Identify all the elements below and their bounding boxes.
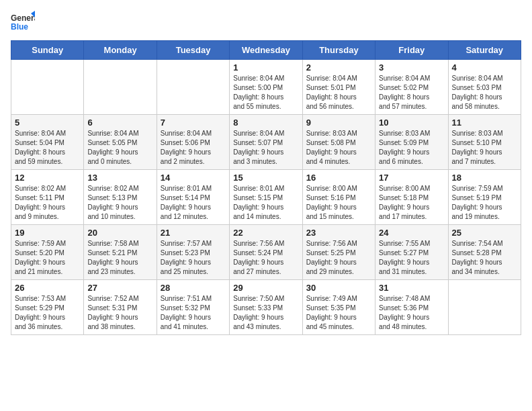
day-detail: Sunrise: 7:50 AM Sunset: 5:33 PM Dayligh…: [233, 294, 298, 332]
day-detail: Sunrise: 8:04 AM Sunset: 5:02 PM Dayligh…: [379, 74, 444, 111]
day-number: 15: [233, 173, 298, 183]
day-detail: Sunrise: 8:04 AM Sunset: 5:01 PM Dayligh…: [306, 74, 371, 111]
day-detail: Sunrise: 7:59 AM Sunset: 5:19 PM Dayligh…: [452, 184, 517, 222]
day-detail: Sunrise: 8:02 AM Sunset: 5:13 PM Dayligh…: [87, 184, 152, 222]
calendar-cell: 24Sunrise: 7:55 AM Sunset: 5:27 PM Dayli…: [375, 225, 448, 280]
day-detail: Sunrise: 8:04 AM Sunset: 5:00 PM Dayligh…: [233, 74, 298, 111]
day-number: 27: [87, 283, 152, 293]
day-detail: Sunrise: 7:49 AM Sunset: 5:35 PM Dayligh…: [306, 294, 371, 332]
weekday-header: Wednesday: [230, 41, 302, 60]
calendar-cell: 22Sunrise: 7:56 AM Sunset: 5:24 PM Dayli…: [230, 225, 302, 280]
calendar-cell: 19Sunrise: 7:59 AM Sunset: 5:20 PM Dayli…: [11, 225, 84, 280]
calendar-cell: 3Sunrise: 8:04 AM Sunset: 5:02 PM Daylig…: [375, 60, 448, 115]
calendar-cell: [84, 60, 157, 115]
day-detail: Sunrise: 7:56 AM Sunset: 5:24 PM Dayligh…: [233, 239, 298, 277]
day-number: 12: [15, 173, 80, 183]
header: General Blue: [11, 11, 521, 35]
day-number: 3: [379, 62, 444, 73]
calendar-cell: 17Sunrise: 8:00 AM Sunset: 5:18 PM Dayli…: [375, 170, 448, 225]
calendar-cell: 20Sunrise: 7:58 AM Sunset: 5:21 PM Dayli…: [84, 225, 157, 280]
weekday-header: Saturday: [448, 41, 521, 60]
day-detail: Sunrise: 8:03 AM Sunset: 5:10 PM Dayligh…: [452, 129, 517, 167]
day-detail: Sunrise: 7:57 AM Sunset: 5:23 PM Dayligh…: [161, 239, 226, 277]
day-number: 14: [161, 173, 226, 183]
day-detail: Sunrise: 8:01 AM Sunset: 5:14 PM Dayligh…: [161, 184, 226, 222]
calendar-cell: 11Sunrise: 8:03 AM Sunset: 5:10 PM Dayli…: [448, 115, 521, 170]
calendar-cell: 25Sunrise: 7:54 AM Sunset: 5:28 PM Dayli…: [448, 225, 521, 280]
calendar-cell: [11, 60, 84, 115]
day-detail: Sunrise: 8:04 AM Sunset: 5:03 PM Dayligh…: [452, 74, 517, 111]
svg-text:General: General: [11, 13, 35, 23]
calendar-cell: 26Sunrise: 7:53 AM Sunset: 5:29 PM Dayli…: [11, 280, 84, 335]
calendar-cell: [157, 60, 229, 115]
day-number: 6: [87, 118, 152, 128]
weekday-header: Thursday: [302, 41, 375, 60]
day-detail: Sunrise: 8:00 AM Sunset: 5:16 PM Dayligh…: [306, 184, 371, 222]
calendar-cell: 7Sunrise: 8:04 AM Sunset: 5:06 PM Daylig…: [157, 115, 229, 170]
day-detail: Sunrise: 7:55 AM Sunset: 5:27 PM Dayligh…: [379, 239, 444, 277]
day-detail: Sunrise: 8:03 AM Sunset: 5:08 PM Dayligh…: [306, 129, 371, 167]
calendar-cell: 23Sunrise: 7:56 AM Sunset: 5:25 PM Dayli…: [302, 225, 375, 280]
calendar-cell: 6Sunrise: 8:04 AM Sunset: 5:05 PM Daylig…: [84, 115, 157, 170]
day-detail: Sunrise: 7:54 AM Sunset: 5:28 PM Dayligh…: [452, 239, 517, 277]
day-number: 23: [306, 228, 371, 238]
svg-text:Blue: Blue: [11, 22, 28, 32]
day-number: 30: [306, 283, 371, 293]
day-number: 13: [87, 173, 152, 183]
day-detail: Sunrise: 7:59 AM Sunset: 5:20 PM Dayligh…: [15, 239, 80, 277]
calendar-cell: 14Sunrise: 8:01 AM Sunset: 5:14 PM Dayli…: [157, 170, 229, 225]
day-number: 16: [306, 173, 371, 183]
day-detail: Sunrise: 8:02 AM Sunset: 5:11 PM Dayligh…: [15, 184, 80, 222]
calendar-cell: 27Sunrise: 7:52 AM Sunset: 5:31 PM Dayli…: [84, 280, 157, 335]
day-detail: Sunrise: 7:58 AM Sunset: 5:21 PM Dayligh…: [87, 239, 152, 277]
calendar-cell: 30Sunrise: 7:49 AM Sunset: 5:35 PM Dayli…: [302, 280, 375, 335]
day-number: 17: [379, 173, 444, 183]
calendar-cell: 31Sunrise: 7:48 AM Sunset: 5:36 PM Dayli…: [375, 280, 448, 335]
day-number: 7: [161, 118, 226, 128]
calendar-table: SundayMondayTuesdayWednesdayThursdayFrid…: [11, 40, 521, 335]
day-number: 31: [379, 283, 444, 293]
day-number: 24: [379, 228, 444, 238]
calendar-cell: 2Sunrise: 8:04 AM Sunset: 5:01 PM Daylig…: [302, 60, 375, 115]
logo-icon: General Blue: [11, 11, 35, 35]
day-detail: Sunrise: 8:04 AM Sunset: 5:06 PM Dayligh…: [161, 129, 226, 167]
day-number: 5: [15, 118, 80, 128]
day-number: 2: [306, 62, 371, 73]
day-number: 11: [452, 118, 517, 128]
day-detail: Sunrise: 8:00 AM Sunset: 5:18 PM Dayligh…: [379, 184, 444, 222]
calendar-cell: 4Sunrise: 8:04 AM Sunset: 5:03 PM Daylig…: [448, 60, 521, 115]
calendar-cell: 15Sunrise: 8:01 AM Sunset: 5:15 PM Dayli…: [230, 170, 302, 225]
day-detail: Sunrise: 7:52 AM Sunset: 5:31 PM Dayligh…: [87, 294, 152, 332]
calendar-body: 1Sunrise: 8:04 AM Sunset: 5:00 PM Daylig…: [11, 60, 521, 335]
day-number: 20: [87, 228, 152, 238]
calendar-cell: 9Sunrise: 8:03 AM Sunset: 5:08 PM Daylig…: [302, 115, 375, 170]
day-number: 21: [161, 228, 226, 238]
calendar-cell: 29Sunrise: 7:50 AM Sunset: 5:33 PM Dayli…: [230, 280, 302, 335]
calendar-cell: 16Sunrise: 8:00 AM Sunset: 5:16 PM Dayli…: [302, 170, 375, 225]
calendar-cell: 18Sunrise: 7:59 AM Sunset: 5:19 PM Dayli…: [448, 170, 521, 225]
calendar-cell: 12Sunrise: 8:02 AM Sunset: 5:11 PM Dayli…: [11, 170, 84, 225]
day-detail: Sunrise: 8:04 AM Sunset: 5:04 PM Dayligh…: [15, 129, 80, 167]
day-number: 8: [233, 118, 298, 128]
calendar-cell: 21Sunrise: 7:57 AM Sunset: 5:23 PM Dayli…: [157, 225, 229, 280]
day-detail: Sunrise: 8:04 AM Sunset: 5:05 PM Dayligh…: [87, 129, 152, 167]
day-detail: Sunrise: 7:56 AM Sunset: 5:25 PM Dayligh…: [306, 239, 371, 277]
calendar-cell: 28Sunrise: 7:51 AM Sunset: 5:32 PM Dayli…: [157, 280, 229, 335]
calendar-cell: [448, 280, 521, 335]
day-number: 25: [452, 228, 517, 238]
day-detail: Sunrise: 8:03 AM Sunset: 5:09 PM Dayligh…: [379, 129, 444, 167]
calendar-header: SundayMondayTuesdayWednesdayThursdayFrid…: [11, 41, 521, 60]
calendar-cell: 13Sunrise: 8:02 AM Sunset: 5:13 PM Dayli…: [84, 170, 157, 225]
day-detail: Sunrise: 7:48 AM Sunset: 5:36 PM Dayligh…: [379, 294, 444, 332]
day-number: 28: [161, 283, 226, 293]
day-number: 19: [15, 228, 80, 238]
calendar-cell: 1Sunrise: 8:04 AM Sunset: 5:00 PM Daylig…: [230, 60, 302, 115]
weekday-header: Friday: [375, 41, 448, 60]
day-number: 22: [233, 228, 298, 238]
day-detail: Sunrise: 7:51 AM Sunset: 5:32 PM Dayligh…: [161, 294, 226, 332]
day-detail: Sunrise: 7:53 AM Sunset: 5:29 PM Dayligh…: [15, 294, 80, 332]
day-number: 9: [306, 118, 371, 128]
calendar-cell: 10Sunrise: 8:03 AM Sunset: 5:09 PM Dayli…: [375, 115, 448, 170]
calendar-cell: 5Sunrise: 8:04 AM Sunset: 5:04 PM Daylig…: [11, 115, 84, 170]
day-number: 18: [452, 173, 517, 183]
